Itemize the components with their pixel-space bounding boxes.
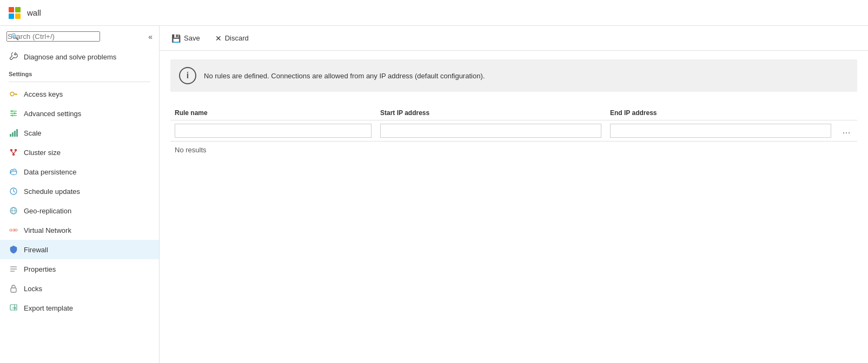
logo-sq-bl: [9, 14, 14, 19]
sidebar-item-locks[interactable]: Locks: [0, 279, 159, 298]
logo-sq-br: [15, 14, 21, 19]
settings-divider: [9, 82, 150, 82]
logo-sq-tr: [15, 7, 21, 12]
svg-point-7: [11, 110, 13, 112]
svg-point-8: [14, 112, 16, 115]
svg-rect-5: [10, 113, 17, 114]
svg-rect-11: [12, 132, 14, 137]
lock-icon: [9, 284, 18, 293]
svg-point-0: [10, 92, 14, 96]
svg-point-9: [11, 115, 14, 117]
end-ip-input[interactable]: [610, 124, 831, 138]
svg-rect-32: [11, 288, 16, 292]
col-end-ip: End IP address: [606, 109, 836, 117]
sidebar-item-advanced-settings[interactable]: Advanced settings: [0, 104, 159, 123]
col-start-ip: Start IP address: [376, 109, 606, 117]
sidebar-item-label-advanced-settings: Advanced settings: [24, 110, 81, 118]
svg-rect-14: [10, 149, 12, 151]
sidebar-item-properties[interactable]: Properties: [0, 259, 159, 279]
sidebar-item-access-keys[interactable]: Access keys: [0, 84, 159, 104]
info-message: No rules are defined. Connections are al…: [204, 72, 485, 80]
sidebar-item-label-cluster-size: Cluster size: [24, 149, 61, 157]
svg-rect-12: [14, 131, 16, 137]
info-banner: i No rules are defined. Connections are …: [170, 59, 857, 92]
sidebar: 🔍 « Diagnose and solve problems Settings…: [0, 26, 160, 363]
svg-rect-6: [10, 115, 17, 116]
sidebar-item-export-template[interactable]: Export template: [0, 298, 159, 318]
sidebar-item-label-export-template: Export template: [24, 304, 73, 312]
clock-icon: [9, 186, 18, 196]
discard-button[interactable]: ✕ Discard: [212, 32, 252, 45]
page-title: wall: [27, 8, 41, 17]
save-icon: 💾: [171, 34, 181, 43]
svg-rect-15: [15, 149, 17, 151]
export-icon: [9, 303, 18, 313]
sidebar-item-label-geo-replication: Geo-replication: [24, 207, 71, 215]
cluster-icon: [9, 147, 18, 157]
search-wrapper: 🔍: [6, 31, 153, 42]
shield-icon: [9, 245, 18, 254]
top-bar: wall: [0, 0, 868, 26]
sidebar-item-label-data-persistence: Data persistence: [24, 168, 77, 176]
sidebar-item-label-properties: Properties: [24, 265, 56, 273]
row-more-button[interactable]: …: [836, 125, 857, 137]
scale-icon: [9, 128, 18, 138]
sidebar-item-label-virtual-network: Virtual Network: [24, 226, 71, 234]
main-layout: 🔍 « Diagnose and solve problems Settings…: [0, 26, 868, 363]
sidebar-item-firewall[interactable]: Firewall: [0, 240, 159, 259]
svg-rect-10: [10, 134, 11, 137]
sidebar-item-label-firewall: Firewall: [24, 246, 48, 254]
collapse-sidebar-button[interactable]: «: [146, 31, 155, 42]
sidebar-item-label-diagnose: Diagnose and solve problems: [24, 53, 116, 61]
sidebar-item-schedule-updates[interactable]: Schedule updates: [0, 182, 159, 201]
search-icon: 🔍: [11, 33, 19, 41]
logo-squares: [9, 7, 21, 19]
cloud-icon: [9, 167, 18, 177]
svg-line-18: [14, 151, 16, 153]
toolbar: 💾 Save ✕ Discard: [160, 26, 868, 51]
save-button[interactable]: 💾 Save: [168, 32, 203, 45]
info-icon: i: [179, 67, 196, 84]
sidebar-item-virtual-network[interactable]: Virtual Network: [0, 220, 159, 240]
col-rule-name: Rule name: [170, 109, 376, 117]
rule-name-input[interactable]: [175, 124, 372, 138]
discard-icon: ✕: [215, 34, 222, 43]
no-results-text: No results: [170, 142, 857, 158]
wrench-icon: [9, 52, 18, 62]
sidebar-item-data-persistence[interactable]: Data persistence: [0, 162, 159, 182]
sidebar-item-geo-replication[interactable]: Geo-replication: [0, 201, 159, 220]
logo: [9, 7, 21, 19]
vnet-icon: [9, 225, 18, 235]
sidebar-item-label-locks: Locks: [24, 285, 42, 293]
start-ip-input[interactable]: [380, 124, 601, 138]
table-header-row: Rule name Start IP address End IP addres…: [170, 105, 857, 120]
sliders-icon: [9, 109, 18, 118]
svg-rect-16: [12, 153, 15, 156]
content-area: 💾 Save ✕ Discard i No rules are defined.…: [160, 26, 868, 363]
sidebar-item-label-scale: Scale: [24, 129, 42, 137]
logo-sq-tl: [9, 7, 14, 12]
svg-rect-33: [10, 305, 15, 310]
col-actions: [836, 109, 857, 117]
content-body: i No rules are defined. Connections are …: [160, 51, 868, 363]
settings-section-header: Settings: [0, 66, 159, 79]
sidebar-item-label-schedule-updates: Schedule updates: [24, 187, 80, 196]
table-input-row: …: [170, 120, 857, 142]
sidebar-item-scale[interactable]: Scale: [0, 123, 159, 143]
globe-icon: [9, 206, 18, 216]
key-icon: [9, 89, 18, 99]
properties-icon: [9, 264, 18, 274]
svg-point-26: [10, 229, 12, 231]
svg-line-17: [11, 151, 14, 153]
svg-line-22: [14, 191, 15, 192]
svg-rect-13: [16, 129, 18, 137]
sidebar-item-label-access-keys: Access keys: [24, 90, 63, 98]
search-input[interactable]: [6, 31, 100, 42]
sidebar-item-cluster-size[interactable]: Cluster size: [0, 143, 159, 162]
sidebar-item-diagnose[interactable]: Diagnose and solve problems: [0, 47, 159, 66]
firewall-rules-table: Rule name Start IP address End IP addres…: [170, 105, 857, 158]
